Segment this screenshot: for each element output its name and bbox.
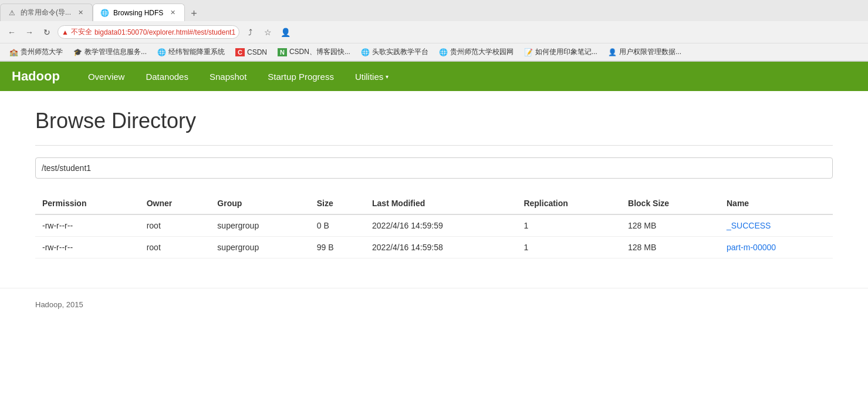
file-link-0[interactable]: _SUCCESS xyxy=(727,221,771,230)
bookmark-icon-5: 🌐 xyxy=(361,48,370,56)
cell-name-0[interactable]: _SUCCESS xyxy=(720,214,833,237)
share-button[interactable]: ⤴ xyxy=(243,25,257,39)
cell-blocksize-0: 128 MB xyxy=(621,214,720,237)
table-head: Permission Owner Group Size Last Modifie… xyxy=(35,193,833,214)
footer-text: Hadoop, 2015 xyxy=(35,300,83,309)
nav-overview[interactable]: Overview xyxy=(77,63,136,90)
tab-2-icon: 🌐 xyxy=(100,9,109,17)
bookmark-icon-1: 🎓 xyxy=(73,48,82,56)
bookmark-guizhou-normal[interactable]: 🏫 贵州师范大学 xyxy=(5,46,67,58)
nav-snapshot[interactable]: Snapshot xyxy=(199,63,257,90)
table-body: -rw-r--r-- root supergroup 0 B 2022/4/16… xyxy=(35,214,833,258)
cell-replication-0: 1 xyxy=(516,214,621,237)
cell-permission-0: -rw-r--r-- xyxy=(35,214,140,237)
path-input[interactable] xyxy=(35,157,833,179)
tab-2-close[interactable]: ✕ xyxy=(168,8,177,18)
browser-chrome: ⚠ 的常用命令(导... ✕ 🌐 Browsing HDFS ✕ + ← → ↻… xyxy=(0,0,868,62)
back-button[interactable]: ← xyxy=(5,25,19,39)
main-content: Browse Directory Permission Owner Group … xyxy=(0,91,868,276)
col-permission: Permission xyxy=(35,193,140,214)
bookmark-icon-2: 🌐 xyxy=(157,48,166,56)
bookmarks-bar: 🏫 贵州师范大学 🎓 教学管理信息服务... 🌐 经纬智能降重系统 C CSDN… xyxy=(0,43,868,61)
cell-group-0: supergroup xyxy=(210,214,309,237)
bookmark-icon-6: 🌐 xyxy=(439,48,448,56)
bookmark-label-6: 贵州师范大学校园网 xyxy=(450,47,514,57)
cell-owner-0: root xyxy=(140,214,211,237)
nav-startup-progress[interactable]: Startup Progress xyxy=(257,63,345,90)
bookmark-label-7: 如何使用印象笔记... xyxy=(535,47,597,57)
col-replication: Replication xyxy=(516,193,621,214)
bookmark-jingwei[interactable]: 🌐 经纬智能降重系统 xyxy=(153,46,229,58)
bookmark-label-0: 贵州师范大学 xyxy=(21,47,63,57)
tab-bar: ⚠ 的常用命令(导... ✕ 🌐 Browsing HDFS ✕ + xyxy=(0,0,868,21)
bookmark-label-8: 用户权限管理数据... xyxy=(619,47,681,57)
col-last-modified: Last Modified xyxy=(365,193,516,214)
table-row: -rw-r--r-- root supergroup 0 B 2022/4/16… xyxy=(35,214,833,237)
nav-links: Overview Datanodes Snapshot Startup Prog… xyxy=(77,63,399,90)
nav-datanodes[interactable]: Datanodes xyxy=(135,63,199,90)
cell-permission-1: -rw-r--r-- xyxy=(35,237,140,258)
bookmark-icon-3: C xyxy=(235,48,245,56)
col-owner: Owner xyxy=(140,193,211,214)
file-table: Permission Owner Group Size Last Modifie… xyxy=(35,193,833,258)
bookmark-icon-0: 🏫 xyxy=(9,48,18,56)
nav-utilities[interactable]: Utilities ▾ xyxy=(345,63,399,90)
bookmark-user-manage[interactable]: 👤 用户权限管理数据... xyxy=(603,46,686,58)
bookmark-icon-8: 👤 xyxy=(608,48,617,56)
reload-button[interactable]: ↻ xyxy=(40,25,54,39)
bookmark-label-3: CSDN xyxy=(247,48,267,56)
content-divider xyxy=(35,145,833,146)
warning-icon: ▲ xyxy=(62,28,69,36)
tab-1[interactable]: ⚠ 的常用命令(导... ✕ xyxy=(0,4,93,21)
security-label: 不安全 xyxy=(71,27,92,37)
col-group: Group xyxy=(210,193,309,214)
tab-1-close[interactable]: ✕ xyxy=(76,8,85,18)
tab-1-title: 的常用命令(导... xyxy=(21,8,71,18)
col-name: Name xyxy=(720,193,833,214)
hadoop-nav: Hadoop Overview Datanodes Snapshot Start… xyxy=(0,62,868,91)
nav-utilities-label: Utilities xyxy=(355,72,383,82)
new-tab-button[interactable]: + xyxy=(185,6,203,21)
cell-owner-1: root xyxy=(140,237,211,258)
address-bar-row: ← → ↻ ▲ 不安全 bigdata01:50070/explorer.htm… xyxy=(0,21,868,43)
profile-button[interactable]: 👤 xyxy=(278,25,292,39)
bookmark-csdn[interactable]: C CSDN xyxy=(231,47,272,58)
table-row: -rw-r--r-- root supergroup 99 B 2022/4/1… xyxy=(35,237,833,258)
tab-1-icon: ⚠ xyxy=(8,9,16,17)
tab-2[interactable]: 🌐 Browsing HDFS ✕ xyxy=(93,4,185,21)
table-header-row: Permission Owner Group Size Last Modifie… xyxy=(35,193,833,214)
bookmark-teaching[interactable]: 🎓 教学管理信息服务... xyxy=(69,46,151,58)
tab-2-title: Browsing HDFS xyxy=(113,9,163,17)
file-link-1[interactable]: part-m-00000 xyxy=(727,243,776,252)
bookmark-icon-4: N xyxy=(278,48,287,56)
bookmark-campus[interactable]: 🌐 贵州师范大学校园网 xyxy=(434,46,518,58)
cell-blocksize-1: 128 MB xyxy=(621,237,720,258)
cell-size-1: 99 B xyxy=(310,237,365,258)
col-size: Size xyxy=(310,193,365,214)
cell-size-0: 0 B xyxy=(310,214,365,237)
bookmark-label-4: CSDN、博客园快... xyxy=(289,47,350,57)
cell-modified-1: 2022/4/16 14:59:58 xyxy=(365,237,516,258)
bookmark-label-1: 教学管理信息服务... xyxy=(85,47,147,57)
bookmark-icon-7: 📝 xyxy=(524,48,533,56)
footer: Hadoop, 2015 xyxy=(0,288,868,321)
hadoop-logo: Hadoop xyxy=(12,69,60,84)
security-badge: ▲ 不安全 bigdata01:50070/explorer.html#/tes… xyxy=(58,25,239,39)
cell-modified-0: 2022/4/16 14:59:59 xyxy=(365,214,516,237)
cell-name-1[interactable]: part-m-00000 xyxy=(720,237,833,258)
bookmark-button[interactable]: ☆ xyxy=(261,25,275,39)
bookmark-tougao[interactable]: 🌐 头歌实践教学平台 xyxy=(356,46,433,58)
cell-group-1: supergroup xyxy=(210,237,309,258)
address-text: bigdata01:50070/explorer.html#/test/stud… xyxy=(94,28,235,36)
page-title: Browse Directory xyxy=(35,109,833,133)
bookmark-yinxiang[interactable]: 📝 如何使用印象笔记... xyxy=(519,46,602,58)
bookmark-csdn-blog[interactable]: N CSDN、博客园快... xyxy=(273,46,355,58)
cell-replication-1: 1 xyxy=(516,237,621,258)
col-block-size: Block Size xyxy=(621,193,720,214)
bookmark-label-2: 经纬智能降重系统 xyxy=(168,47,225,57)
utilities-dropdown-arrow: ▾ xyxy=(386,73,389,80)
bookmark-label-5: 头歌实践教学平台 xyxy=(372,47,428,57)
forward-button[interactable]: → xyxy=(22,25,36,39)
